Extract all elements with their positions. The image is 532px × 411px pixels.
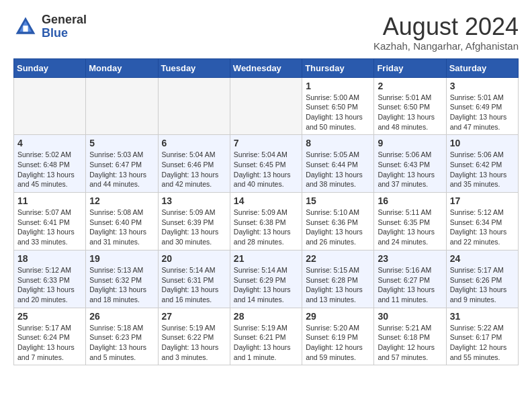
calendar-day-cell: 30Sunrise: 5:21 AM Sunset: 6:18 PM Dayli… [374,308,446,365]
day-info: Sunrise: 5:10 AM Sunset: 6:36 PM Dayligh… [306,208,370,247]
logo-general-text: General [42,13,87,26]
day-info: Sunrise: 5:00 AM Sunset: 6:50 PM Dayligh… [306,93,370,132]
day-number: 23 [378,253,442,264]
day-info: Sunrise: 5:12 AM Sunset: 6:34 PM Dayligh… [450,208,515,247]
day-info: Sunrise: 5:05 AM Sunset: 6:44 PM Dayligh… [306,150,370,189]
day-number: 12 [89,195,154,206]
calendar-day-cell [14,77,86,135]
location-text: Kazhah, Nangarhar, Afghanistan [373,40,519,52]
title-block: August 2024 Kazhah, Nangarhar, Afghanist… [373,13,519,52]
calendar-day-cell: 19Sunrise: 5:13 AM Sunset: 6:32 PM Dayli… [86,250,158,308]
calendar-day-cell: 23Sunrise: 5:16 AM Sunset: 6:27 PM Dayli… [374,250,446,308]
calendar-day-cell: 5Sunrise: 5:03 AM Sunset: 6:47 PM Daylig… [86,135,158,193]
logo-blue-text: Blue [42,26,68,40]
day-info: Sunrise: 5:08 AM Sunset: 6:40 PM Dayligh… [89,208,154,247]
weekday-header-saturday: Saturday [446,58,518,77]
calendar-table: SundayMondayTuesdayWednesdayThursdayFrid… [13,58,519,366]
day-info: Sunrise: 5:12 AM Sunset: 6:33 PM Dayligh… [17,265,82,305]
day-info: Sunrise: 5:06 AM Sunset: 6:42 PM Dayligh… [450,150,515,189]
day-number: 3 [450,81,515,91]
weekday-header-monday: Monday [86,58,158,77]
day-number: 11 [17,195,82,206]
day-number: 28 [234,311,298,322]
calendar-day-cell [86,77,158,135]
calendar-day-cell: 31Sunrise: 5:22 AM Sunset: 6:17 PM Dayli… [446,308,518,365]
day-number: 4 [17,138,82,148]
day-info: Sunrise: 5:17 AM Sunset: 6:24 PM Dayligh… [17,323,82,363]
weekday-header-row: SundayMondayTuesdayWednesdayThursdayFrid… [14,58,519,77]
calendar-day-cell: 9Sunrise: 5:06 AM Sunset: 6:43 PM Daylig… [374,135,446,193]
day-info: Sunrise: 5:22 AM Sunset: 6:17 PM Dayligh… [450,323,515,363]
day-info: Sunrise: 5:09 AM Sunset: 6:39 PM Dayligh… [162,208,226,247]
calendar-day-cell: 8Sunrise: 5:05 AM Sunset: 6:44 PM Daylig… [302,135,374,193]
calendar-day-cell: 13Sunrise: 5:09 AM Sunset: 6:39 PM Dayli… [158,193,230,250]
day-number: 15 [306,195,370,206]
day-number: 1 [306,81,370,91]
day-info: Sunrise: 5:19 AM Sunset: 6:21 PM Dayligh… [234,323,298,363]
day-number: 22 [306,253,370,264]
calendar-day-cell: 22Sunrise: 5:15 AM Sunset: 6:28 PM Dayli… [302,250,374,308]
calendar-day-cell: 14Sunrise: 5:09 AM Sunset: 6:38 PM Dayli… [230,193,302,250]
day-number: 26 [89,311,154,322]
day-number: 24 [450,253,515,264]
svg-rect-2 [23,26,28,32]
day-info: Sunrise: 5:11 AM Sunset: 6:35 PM Dayligh… [378,208,442,247]
day-number: 5 [89,138,154,148]
calendar-day-cell: 26Sunrise: 5:18 AM Sunset: 6:23 PM Dayli… [86,308,158,365]
day-info: Sunrise: 5:01 AM Sunset: 6:49 PM Dayligh… [450,93,515,132]
day-number: 16 [378,195,442,206]
day-number: 2 [378,81,442,91]
day-number: 6 [162,138,226,148]
calendar-day-cell: 12Sunrise: 5:08 AM Sunset: 6:40 PM Dayli… [86,193,158,250]
day-info: Sunrise: 5:03 AM Sunset: 6:47 PM Dayligh… [89,150,154,189]
day-number: 20 [162,253,226,264]
calendar-day-cell: 3Sunrise: 5:01 AM Sunset: 6:49 PM Daylig… [446,77,518,135]
day-info: Sunrise: 5:09 AM Sunset: 6:38 PM Dayligh… [234,208,298,247]
calendar-day-cell: 16Sunrise: 5:11 AM Sunset: 6:35 PM Dayli… [374,193,446,250]
day-info: Sunrise: 5:17 AM Sunset: 6:26 PM Dayligh… [450,265,515,305]
calendar-day-cell: 11Sunrise: 5:07 AM Sunset: 6:41 PM Dayli… [14,193,86,250]
day-number: 27 [162,311,226,322]
day-number: 9 [378,138,442,148]
day-info: Sunrise: 5:01 AM Sunset: 6:50 PM Dayligh… [378,93,442,132]
calendar-day-cell: 1Sunrise: 5:00 AM Sunset: 6:50 PM Daylig… [302,77,374,135]
calendar-week-row: 4Sunrise: 5:02 AM Sunset: 6:48 PM Daylig… [14,135,519,193]
day-number: 17 [450,195,515,206]
calendar-week-row: 1Sunrise: 5:00 AM Sunset: 6:50 PM Daylig… [14,77,519,135]
day-number: 19 [89,253,154,264]
calendar-day-cell: 15Sunrise: 5:10 AM Sunset: 6:36 PM Dayli… [302,193,374,250]
logo-icon [13,15,38,39]
day-number: 13 [162,195,226,206]
logo: General Blue [13,13,87,40]
day-info: Sunrise: 5:15 AM Sunset: 6:28 PM Dayligh… [306,265,370,305]
calendar-day-cell: 25Sunrise: 5:17 AM Sunset: 6:24 PM Dayli… [14,308,86,365]
calendar-day-cell [230,77,302,135]
calendar-day-cell: 2Sunrise: 5:01 AM Sunset: 6:50 PM Daylig… [374,77,446,135]
day-number: 25 [17,311,82,322]
day-number: 7 [234,138,298,148]
day-info: Sunrise: 5:07 AM Sunset: 6:41 PM Dayligh… [17,208,82,247]
calendar-day-cell: 29Sunrise: 5:20 AM Sunset: 6:19 PM Dayli… [302,308,374,365]
day-info: Sunrise: 5:14 AM Sunset: 6:29 PM Dayligh… [234,265,298,305]
day-info: Sunrise: 5:19 AM Sunset: 6:22 PM Dayligh… [162,323,226,363]
calendar-day-cell: 21Sunrise: 5:14 AM Sunset: 6:29 PM Dayli… [230,250,302,308]
day-number: 29 [306,311,370,322]
day-info: Sunrise: 5:04 AM Sunset: 6:46 PM Dayligh… [162,150,226,189]
weekday-header-thursday: Thursday [302,58,374,77]
day-number: 18 [17,253,82,264]
day-number: 21 [234,253,298,264]
day-info: Sunrise: 5:16 AM Sunset: 6:27 PM Dayligh… [378,265,442,305]
calendar-day-cell: 20Sunrise: 5:14 AM Sunset: 6:31 PM Dayli… [158,250,230,308]
weekday-header-tuesday: Tuesday [158,58,230,77]
calendar-day-cell: 10Sunrise: 5:06 AM Sunset: 6:42 PM Dayli… [446,135,518,193]
calendar-week-row: 11Sunrise: 5:07 AM Sunset: 6:41 PM Dayli… [14,193,519,250]
calendar-day-cell: 18Sunrise: 5:12 AM Sunset: 6:33 PM Dayli… [14,250,86,308]
calendar-day-cell [158,77,230,135]
day-number: 30 [378,311,442,322]
day-number: 8 [306,138,370,148]
calendar-day-cell: 27Sunrise: 5:19 AM Sunset: 6:22 PM Dayli… [158,308,230,365]
calendar-week-row: 25Sunrise: 5:17 AM Sunset: 6:24 PM Dayli… [14,308,519,365]
day-number: 10 [450,138,515,148]
weekday-header-sunday: Sunday [14,58,86,77]
calendar-day-cell: 17Sunrise: 5:12 AM Sunset: 6:34 PM Dayli… [446,193,518,250]
